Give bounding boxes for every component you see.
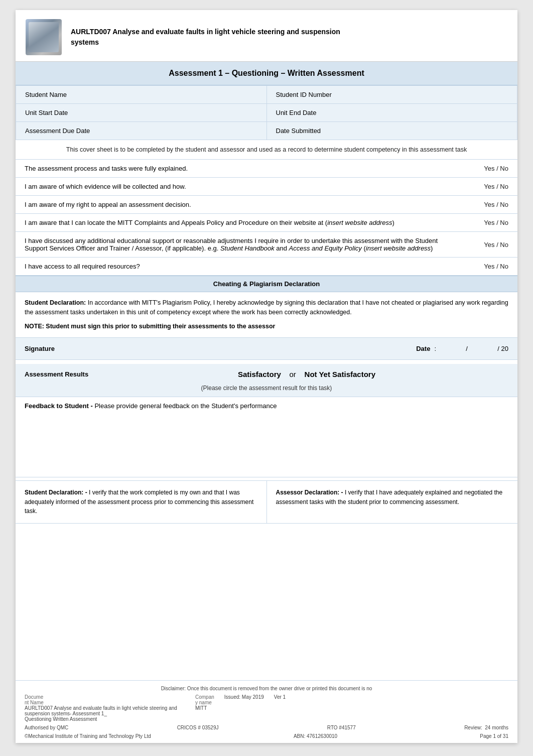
footer-doc-name-label: Document Name: [25, 694, 44, 705]
footer-company-label: Company name: [195, 694, 214, 705]
unit-end-date-label: Unit End Date: [266, 104, 517, 122]
footer-review-val: 24 months: [485, 725, 508, 730]
header-title-line1: AURLTD007 Analyse and evaluate faults in…: [71, 28, 340, 36]
bottom-declarations: Student Declaration: - I verify that the…: [16, 480, 517, 524]
footer-review-label: Review:: [464, 725, 482, 730]
statement-row-1: The assessment process and tasks were fu…: [16, 160, 517, 178]
feedback-area: [25, 414, 508, 444]
footer-rto: RTO #41577: [327, 725, 356, 730]
footer-doc-name-val: AURLTD007 Analyse and evaluate faults in…: [25, 705, 185, 722]
statement-2: I am aware of which evidence will be col…: [16, 178, 457, 196]
student-id-label: Student ID Number: [266, 86, 517, 104]
logo-image: [29, 22, 59, 52]
student-declaration-block: Student Declaration: - I verify that the…: [16, 481, 267, 523]
student-name-label: Student Name: [16, 86, 267, 104]
statement-3: I am aware of my right to appeal an asse…: [16, 196, 457, 214]
statement-3-yn: Yes / No: [457, 196, 517, 214]
declaration-text: Student Declaration: In accordance with …: [25, 298, 508, 318]
statement-row-4: I am aware that I can locate the MITT Co…: [16, 214, 517, 232]
results-options: Satisfactory or Not Yet Satisfactory: [105, 370, 508, 379]
footer-copyright: ©Mechanical Institute of Training and Te…: [25, 733, 151, 739]
feedback-label-text: Please provide general feedback on the S…: [93, 402, 277, 410]
assessor-decl-bold: Assessor Declaration: -: [276, 489, 343, 496]
feedback-label: Feedback to Student - Please provide gen…: [25, 402, 508, 410]
footer-review: Review: 24 months: [464, 725, 508, 730]
statement-row-2: I am aware of which evidence will be col…: [16, 178, 517, 196]
cheating-section-header: Cheating & Plagiarism Declaration: [16, 276, 517, 292]
declaration-bold-prefix: Student Declaration:: [25, 299, 86, 306]
statement-1-yn: Yes / No: [457, 160, 517, 178]
header: AURLTD007 Analyse and evaluate faults in…: [16, 10, 517, 62]
signature-row: Signature Date : / / 20: [16, 338, 517, 360]
statement-4: I am aware that I can locate the MITT Co…: [16, 214, 457, 232]
date-area: Date : / / 20: [416, 345, 508, 352]
date-label: Date: [416, 345, 430, 352]
declaration-body: In accordance with MITT's Plagiarism Pol…: [25, 299, 508, 316]
footer: Disclaimer: Once this document is remove…: [16, 680, 517, 743]
statement-1: The assessment process and tasks were fu…: [16, 160, 457, 178]
date-submitted-label: Date Submitted: [266, 122, 517, 140]
form-row-student: Student Name Student ID Number: [16, 86, 517, 104]
statement-row-6: I have access to all required resources?…: [16, 258, 517, 276]
statement-row-3: I am aware of my right to appeal an asse…: [16, 196, 517, 214]
statement-row-5: I have discussed any additional educatio…: [16, 232, 517, 258]
statements-table: The assessment process and tasks were fu…: [16, 160, 517, 276]
signature-label: Signature: [25, 345, 85, 352]
form-row-assessment-dates: Assessment Due Date Date Submitted: [16, 122, 517, 140]
date-slash1: /: [466, 345, 468, 352]
page: AURLTD007 Analyse and evaluate faults in…: [16, 10, 517, 743]
form-fields-table: Student Name Student ID Number Unit Star…: [16, 85, 517, 140]
statement-6-yn: Yes / No: [457, 258, 517, 276]
assessment-due-date-label: Assessment Due Date: [16, 122, 267, 140]
date-slash2: / 20: [497, 345, 508, 352]
footer-doc-name-section: Document Name AURLTD007 Analyse and eval…: [25, 694, 185, 722]
logo: [26, 19, 62, 55]
results-section: Assessment Results Satisfactory or Not Y…: [16, 364, 517, 397]
results-label: Assessment Results: [25, 370, 105, 378]
footer-bottom-row: Authorised by QMC CRICOS # 03529J RTO #4…: [25, 725, 508, 730]
footer-company-val: MITT: [195, 705, 214, 711]
assessment-title: Assessment 1 – Questioning – Written Ass…: [16, 62, 517, 85]
footer-issued-section: Issued: May 2019: [224, 694, 264, 722]
header-title-line2: systems: [71, 38, 99, 46]
results-not-satisfactory: Not Yet Satisfactory: [305, 370, 375, 379]
footer-row1: Document Name AURLTD007 Analyse and eval…: [25, 694, 508, 722]
footer-ver-section: Ver 1: [274, 694, 286, 722]
footer-page: Page 1 of 31: [480, 733, 508, 739]
assessor-declaration-block: Assessor Declaration: - I verify that I …: [267, 481, 518, 523]
statement-5: I have discussed any additional educatio…: [16, 232, 457, 258]
footer-cricos: CRICOS # 03529J: [177, 725, 219, 730]
date-blank2: [472, 345, 493, 352]
footer-authorised: Authorised by QMC: [25, 725, 68, 730]
declaration-block: Student Declaration: In accordance with …: [16, 292, 517, 338]
declaration-note: NOTE: Student must sign this prior to su…: [25, 322, 508, 331]
unit-start-date-label: Unit Start Date: [16, 104, 267, 122]
feedback-block: Feedback to Student - Please provide gen…: [16, 397, 517, 477]
form-row-dates: Unit Start Date Unit End Date: [16, 104, 517, 122]
spacer1: [16, 360, 517, 364]
feedback-area-2: [25, 444, 508, 474]
results-or: or: [290, 370, 296, 379]
results-circle-note: (Please circle the assessment result for…: [16, 385, 517, 397]
footer-company-section: Company name MITT: [195, 694, 214, 722]
date-blank1: [440, 345, 462, 352]
statement-4-yn: Yes / No: [457, 214, 517, 232]
header-title: AURLTD007 Analyse and evaluate faults in…: [71, 27, 340, 48]
results-satisfactory: Satisfactory: [238, 370, 281, 379]
date-colon: :: [434, 345, 436, 352]
footer-issued-val: May 2019: [242, 694, 264, 700]
statement-2-yn: Yes / No: [457, 178, 517, 196]
statement-6: I have access to all required resources?: [16, 258, 457, 276]
student-decl-bold: Student Declaration: -: [25, 489, 87, 496]
footer-issued-label: Issued:: [224, 694, 240, 700]
footer-copyright-row: ©Mechanical Institute of Training and Te…: [25, 733, 508, 739]
results-inner: Assessment Results Satisfactory or Not Y…: [16, 364, 517, 385]
statement-5-yn: Yes / No: [457, 232, 517, 258]
feedback-label-bold: Feedback to Student -: [25, 402, 93, 410]
coversheet-info: This cover sheet is to be completed by t…: [16, 140, 517, 160]
footer-disclaimer: Disclaimer: Once this document is remove…: [25, 686, 508, 691]
footer-abn: ABN: 47612630010: [294, 733, 337, 739]
footer-ver: Ver 1: [274, 694, 286, 700]
